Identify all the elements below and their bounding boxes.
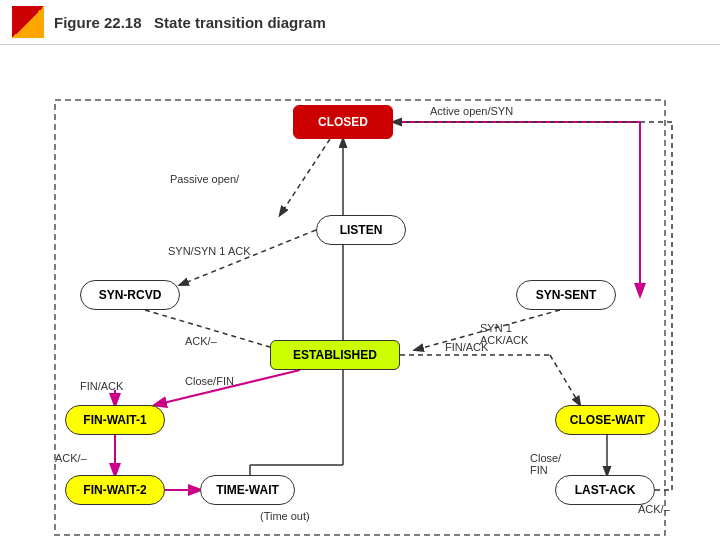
state-last-ack: LAST-ACK: [555, 475, 655, 505]
state-time-wait: TIME-WAIT: [200, 475, 295, 505]
label-syn-syn1-ack: SYN/SYN 1 ACK: [168, 245, 251, 257]
label-time-out: (Time out): [260, 510, 310, 522]
label-passive-open: Passive open/: [170, 173, 239, 185]
label-active-open-syn: Active open/SYN: [430, 105, 513, 117]
header-icon: [12, 6, 44, 38]
state-closed: CLOSED: [293, 105, 393, 139]
state-fin-wait1: FIN-WAIT-1: [65, 405, 165, 435]
svg-line-1: [280, 139, 330, 215]
label-close-fin2: Close/ FIN: [530, 440, 561, 476]
diagram-area: CLOSED LISTEN SYN-RCVD SYN-SENT ESTABLIS…: [0, 45, 720, 540]
state-listen: LISTEN: [316, 215, 406, 245]
state-syn-sent: SYN-SENT: [516, 280, 616, 310]
state-close-wait: CLOSE-WAIT: [555, 405, 660, 435]
svg-line-4: [180, 230, 316, 285]
svg-line-9: [550, 355, 580, 405]
state-syn-rcvd: SYN-RCVD: [80, 280, 180, 310]
state-established: ESTABLISHED: [270, 340, 400, 370]
state-fin-wait2: FIN-WAIT-2: [65, 475, 165, 505]
label-fin-ack-bottom: FIN/ACK: [80, 380, 123, 392]
label-ack-minus2: ACK/–: [55, 452, 87, 464]
label-ack-minus: ACK/–: [185, 335, 217, 347]
label-close-fin: Close/FIN: [185, 375, 234, 387]
svg-rect-0: [55, 100, 665, 535]
header: Figure 22.18 State transition diagram: [0, 0, 720, 45]
label-ack-minus3: ACK/–: [638, 503, 670, 515]
header-title: Figure 22.18 State transition diagram: [54, 14, 326, 31]
label-fin-ack-top: FIN/ACK: [445, 341, 488, 353]
